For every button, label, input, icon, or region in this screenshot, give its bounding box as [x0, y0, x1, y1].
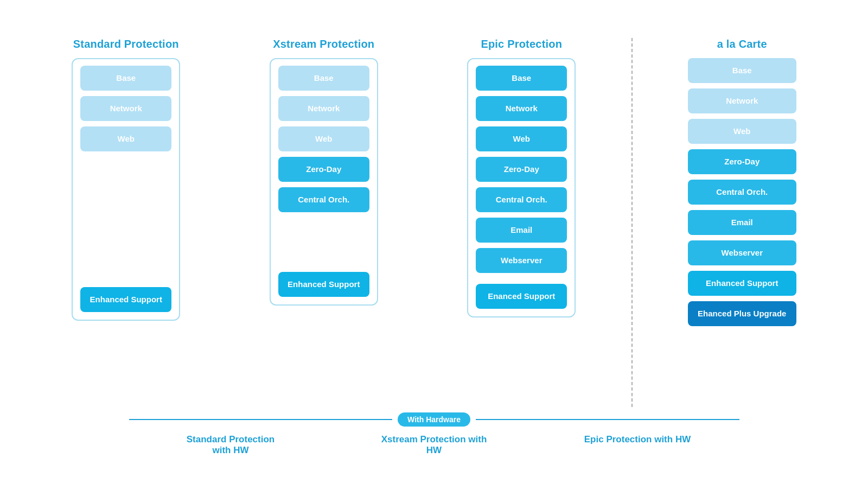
epic-content: Base Network Web Zero-Day Central Orch. …	[476, 66, 567, 309]
xstream-support-btn[interactable]: Enhanced Support	[278, 272, 369, 297]
hw-labels-row: Standard Protection with HW Xstream Prot…	[129, 434, 739, 456]
xstream-title: Xstream Protection	[273, 38, 374, 50]
xstream-content: Base Network Web Zero-Day Central Orch. …	[278, 66, 369, 297]
xstream-centralorch-btn[interactable]: Central Orch.	[278, 187, 369, 212]
xstream-box: Base Network Web Zero-Day Central Orch. …	[270, 58, 378, 306]
standard-support-wrapper: Enhanced Support	[80, 287, 171, 312]
alacarte-title: a la Carte	[717, 38, 767, 50]
alacarte-base-btn[interactable]: Base	[688, 58, 796, 83]
alacarte-web-btn[interactable]: Web	[688, 119, 796, 144]
dashed-divider	[631, 38, 633, 407]
epic-title: Epic Protection	[481, 38, 562, 50]
column-xstream: Xstream Protection Base Network Web Zero…	[225, 38, 423, 306]
epic-web-btn[interactable]: Web	[476, 126, 567, 151]
standard-box: Base Network Web Enhanced Support	[72, 58, 180, 321]
standard-content: Base Network Web Enhanced Support	[80, 66, 171, 312]
standard-support-btn[interactable]: Enhanced Support	[80, 287, 171, 312]
top-section: Standard Protection Base Network Web Enh…	[27, 27, 841, 407]
hardware-section: With Hardware Standard Protection with H…	[27, 412, 841, 456]
main-container: Standard Protection Base Network Web Enh…	[27, 27, 841, 456]
epic-support-wrapper: Enanced Support	[476, 284, 567, 309]
xstream-base-btn[interactable]: Base	[278, 66, 369, 91]
alacarte-email-btn[interactable]: Email	[688, 210, 796, 235]
xstream-network-btn[interactable]: Network	[278, 96, 369, 121]
alacarte-webserver-btn[interactable]: Webserver	[688, 240, 796, 265]
epic-top-btns: Base Network Web Zero-Day Central Orch. …	[476, 66, 567, 273]
column-alacarte: a la Carte Base Network Web Zero-Day Cen…	[643, 38, 841, 326]
hardware-line-left	[129, 419, 393, 420]
dashed-line	[631, 38, 633, 407]
column-standard: Standard Protection Base Network Web Enh…	[27, 38, 225, 321]
epic-email-btn[interactable]: Email	[476, 218, 567, 243]
hw-label-epic: Epic Protection with HW	[583, 434, 692, 456]
alacarte-network-btn[interactable]: Network	[688, 88, 796, 113]
standard-web-btn[interactable]: Web	[80, 126, 171, 151]
epic-zeroday-btn[interactable]: Zero-Day	[476, 157, 567, 182]
epic-box: Base Network Web Zero-Day Central Orch. …	[467, 58, 576, 317]
standard-title: Standard Protection	[73, 38, 179, 50]
hw-label-xstream: Xstream Protection with HW	[380, 434, 488, 456]
column-epic: Epic Protection Base Network Web Zero-Da…	[423, 38, 621, 317]
alacarte-buttons: Base Network Web Zero-Day Central Orch. …	[688, 58, 796, 326]
hardware-divider-row: With Hardware	[129, 412, 739, 427]
epic-support-btn[interactable]: Enanced Support	[476, 284, 567, 309]
epic-centralorch-btn[interactable]: Central Orch.	[476, 187, 567, 212]
xstream-support-wrapper: Enhanced Support	[278, 272, 369, 297]
alacarte-support-btn[interactable]: Enhanced Support	[688, 271, 796, 296]
standard-top-btns: Base Network Web	[80, 66, 171, 151]
hw-label-standard: Standard Protection with HW	[176, 434, 285, 456]
xstream-zeroday-btn[interactable]: Zero-Day	[278, 157, 369, 182]
xstream-top-btns: Base Network Web Zero-Day Central Orch.	[278, 66, 369, 212]
epic-base-btn[interactable]: Base	[476, 66, 567, 91]
hardware-badge: With Hardware	[398, 412, 470, 427]
xstream-web-btn[interactable]: Web	[278, 126, 369, 151]
standard-network-btn[interactable]: Network	[80, 96, 171, 121]
hardware-line-right	[476, 419, 739, 420]
epic-webserver-btn[interactable]: Webserver	[476, 248, 567, 273]
standard-base-btn[interactable]: Base	[80, 66, 171, 91]
alacarte-zeroday-btn[interactable]: Zero-Day	[688, 149, 796, 174]
epic-network-btn[interactable]: Network	[476, 96, 567, 121]
alacarte-centralorch-btn[interactable]: Central Orch.	[688, 180, 796, 205]
alacarte-plusupgrade-btn[interactable]: Ehanced Plus Upgrade	[688, 301, 796, 326]
